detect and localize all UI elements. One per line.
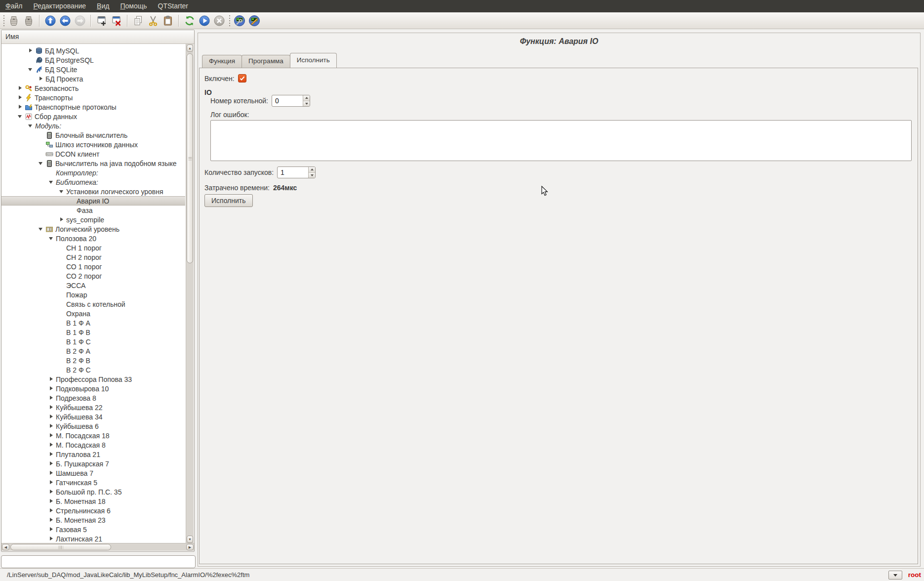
menu-item-2[interactable]: Вид xyxy=(91,0,115,12)
collapse-icon[interactable] xyxy=(59,188,65,195)
collapse-icon[interactable] xyxy=(38,226,44,232)
scroll-left-icon[interactable]: ◀ xyxy=(2,544,9,550)
boiler-number-value[interactable]: 0 xyxy=(272,95,303,106)
tree-row[interactable]: Куйбышева 22 xyxy=(1,403,185,412)
expand-icon[interactable] xyxy=(48,517,55,523)
collapse-icon[interactable] xyxy=(17,113,24,120)
expand-icon[interactable] xyxy=(48,414,55,420)
tree-row[interactable]: СН 2 порог xyxy=(1,252,185,262)
menu-item-3[interactable]: Помощь xyxy=(115,0,152,12)
expand-icon[interactable] xyxy=(48,479,55,486)
tree-row[interactable]: В 1 Ф В xyxy=(1,328,185,337)
spin-up-icon[interactable] xyxy=(309,167,315,173)
tree-row[interactable]: Безопасность xyxy=(1,83,185,93)
tree-row[interactable]: Библиотека: xyxy=(1,177,185,187)
expand-icon[interactable] xyxy=(48,536,55,542)
tree-row[interactable]: Гатчинская 5 xyxy=(1,478,185,487)
menu-item-1[interactable]: Редактирование xyxy=(28,0,91,12)
qtcfg-button[interactable] xyxy=(232,13,247,28)
tree-row[interactable]: М. Посадская 18 xyxy=(1,431,185,440)
tree-row[interactable]: Газовая 5 xyxy=(1,525,185,534)
tree-row[interactable]: Сбор данных xyxy=(1,112,185,121)
tab-программа[interactable]: Программа xyxy=(241,55,290,68)
collapse-icon[interactable] xyxy=(48,179,55,185)
status-dropdown-button[interactable] xyxy=(888,571,902,580)
tree-row[interactable]: ЭССА xyxy=(1,281,185,290)
spin-down-icon[interactable] xyxy=(309,173,315,178)
scrollbar-thumb[interactable] xyxy=(187,53,193,263)
start-update-button[interactable] xyxy=(197,13,212,28)
menu-item-4[interactable]: QTStarter xyxy=(153,0,194,12)
tree-row[interactable]: Б. Монетная 18 xyxy=(1,497,185,506)
tree-row[interactable]: Транспортные протоколы xyxy=(1,102,185,112)
tree-header-name[interactable]: Имя xyxy=(1,30,194,44)
tree-row[interactable]: М. Посадская 8 xyxy=(1,440,185,450)
toolbar-handle[interactable] xyxy=(228,15,231,26)
cut-item-button[interactable] xyxy=(146,13,161,28)
tree-row[interactable]: Полозова 20 xyxy=(1,234,185,243)
add-item-button[interactable] xyxy=(94,13,109,28)
forward-button[interactable] xyxy=(73,13,87,28)
expand-icon[interactable] xyxy=(38,76,44,82)
expand-icon[interactable] xyxy=(48,376,55,382)
tree-row[interactable]: СН 1 порог xyxy=(1,243,185,252)
expand-icon[interactable] xyxy=(48,498,55,504)
tree-row[interactable]: Куйбышева 6 xyxy=(1,421,185,431)
stop-update-button[interactable] xyxy=(212,13,227,28)
tree-row[interactable]: Большой пр. П.С. 35 xyxy=(1,487,185,497)
collapse-icon[interactable] xyxy=(38,160,44,166)
tree-row[interactable]: В 2 Ф С xyxy=(1,365,185,374)
expand-icon[interactable] xyxy=(48,423,55,429)
tree-row[interactable]: Вычислитель на java подобном языке xyxy=(1,159,185,168)
tree-row[interactable]: Фаза xyxy=(1,206,185,215)
expand-icon[interactable] xyxy=(48,404,55,411)
tree-row[interactable]: БД PostgreSQL xyxy=(1,55,185,65)
expand-icon[interactable] xyxy=(48,442,55,448)
expand-icon[interactable] xyxy=(48,526,55,533)
scrollbar-thumb[interactable] xyxy=(10,544,111,550)
tree-row[interactable]: Б. Монетная 23 xyxy=(1,515,185,525)
expand-icon[interactable] xyxy=(28,47,34,54)
tree-row[interactable]: Контроллер: xyxy=(1,168,185,177)
up-button[interactable] xyxy=(43,13,58,28)
copy-item-button[interactable] xyxy=(131,13,146,28)
tree-row[interactable]: Установки логического уровня xyxy=(1,187,185,196)
errlog-textarea[interactable] xyxy=(210,120,912,161)
boiler-number-spinner[interactable]: 0 xyxy=(272,95,310,107)
expand-icon[interactable] xyxy=(48,489,55,495)
delete-item-button[interactable] xyxy=(109,13,124,28)
tree-row[interactable]: Б. Пушкарская 7 xyxy=(1,459,185,468)
tree-row[interactable]: Охрана xyxy=(1,309,185,318)
tree-row[interactable]: Шамшева 7 xyxy=(1,468,185,478)
tree-row[interactable]: Блочный вычислитель xyxy=(1,130,185,140)
tree-row[interactable]: БД MySQL xyxy=(1,46,185,55)
enabled-checkbox[interactable] xyxy=(238,74,246,83)
tree-row[interactable]: В 2 Ф А xyxy=(1,346,185,356)
tree-horizontal-scrollbar[interactable]: ◀ ▶ xyxy=(1,543,194,551)
scroll-up-icon[interactable]: ▲ xyxy=(187,44,193,52)
collapse-icon[interactable] xyxy=(28,66,34,73)
tree-vertical-scrollbar[interactable]: ▲ ▼ xyxy=(186,44,194,543)
collapse-icon[interactable] xyxy=(48,235,55,242)
expand-icon[interactable] xyxy=(17,94,24,101)
expand-icon[interactable] xyxy=(17,85,24,91)
runs-spinner[interactable]: 1 xyxy=(277,166,316,178)
tree-row[interactable]: Профессора Попова 33 xyxy=(1,374,185,384)
back-button[interactable] xyxy=(58,13,73,28)
expand-icon[interactable] xyxy=(48,460,55,467)
tree-row[interactable]: sys_compile xyxy=(1,215,185,224)
collapse-icon[interactable] xyxy=(28,123,34,129)
expand-icon[interactable] xyxy=(48,432,55,439)
expand-icon[interactable] xyxy=(48,470,55,476)
tree-row[interactable]: Куйбышева 34 xyxy=(1,412,185,421)
tree-row[interactable]: Транспорты xyxy=(1,93,185,102)
spin-up-icon[interactable] xyxy=(303,95,310,101)
expand-icon[interactable] xyxy=(48,451,55,457)
tree-row[interactable]: Пожар xyxy=(1,290,185,299)
tree-row[interactable]: В 1 Ф А xyxy=(1,318,185,328)
tree-row[interactable]: Стрельнинская 6 xyxy=(1,506,185,515)
tree-row[interactable]: Модуль: xyxy=(1,121,185,130)
tree-row[interactable]: В 1 Ф С xyxy=(1,337,185,346)
tree-row[interactable]: СО 1 порог xyxy=(1,262,185,271)
expand-icon[interactable] xyxy=(48,395,55,401)
